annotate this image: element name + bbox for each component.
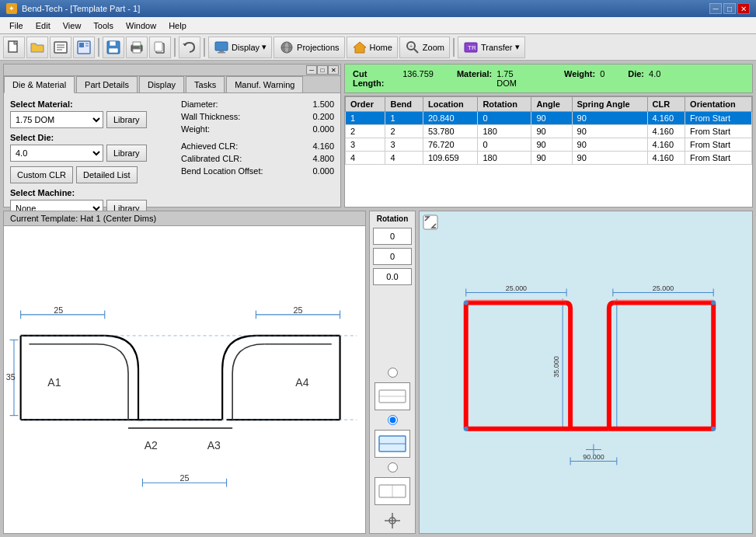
table-row[interactable]: 2253.78018090904.160From Start (346, 125, 752, 138)
title-bar: ✦ Bend-Tech - [Template Part - 1] ─ □ ✕ (0, 0, 756, 17)
home-button[interactable]: Home (347, 37, 398, 58)
toolbar-separator-4 (453, 38, 455, 57)
display-icon (214, 40, 229, 55)
table-row[interactable]: 3376.720090904.160From Start (346, 138, 752, 152)
template-svg: 25 25 35 25 (4, 226, 365, 529)
zoom-button[interactable]: + Zoom (399, 37, 450, 58)
template-button[interactable] (73, 37, 95, 58)
svg-text:+: + (409, 44, 413, 49)
col-spring-angle: Spring Angle (572, 97, 647, 112)
table-row[interactable]: 44109.65918090904.160From Start (346, 152, 752, 165)
properties-button[interactable] (50, 37, 71, 58)
die-library-btn[interactable]: Library (106, 145, 147, 162)
material-library-btn[interactable]: Library (106, 111, 147, 128)
tab-tasks[interactable]: Tasks (186, 76, 225, 92)
bend-table: Order Bend Location Rotation Angle Sprin… (345, 96, 752, 165)
open-button[interactable] (26, 37, 48, 58)
menu-help[interactable]: Help (162, 17, 193, 33)
print-button[interactable] (126, 37, 148, 58)
svg-rect-14 (133, 49, 141, 53)
rotation-input-3[interactable]: 0.0 (373, 268, 412, 285)
preview-svg: 25.000 25.000 35.000 90.000 (420, 211, 752, 533)
col-orientation: Orientation (685, 97, 752, 112)
projections-label: Projections (297, 43, 339, 52)
save-button[interactable] (103, 37, 124, 58)
view-radio-3[interactable] (388, 462, 398, 472)
table-row[interactable]: 1120.840090904.160From Start (346, 112, 752, 125)
rotation-input-2[interactable]: 0 (373, 248, 412, 265)
home-label: Home (370, 43, 392, 52)
transfer-arrow: ▾ (515, 42, 520, 52)
svg-rect-10 (110, 41, 116, 46)
tab-display[interactable]: Display (139, 76, 184, 92)
view-radio-2[interactable] (388, 415, 398, 425)
menu-window[interactable]: Window (120, 17, 162, 33)
menu-bar: File Edit View Tools Window Help (0, 17, 756, 34)
rotation-label: Rotation (377, 214, 409, 223)
material-select[interactable]: 1.75 DOM (10, 111, 103, 128)
svg-rect-6 (79, 43, 84, 47)
col-clr: CLR (647, 97, 685, 112)
transfer-button[interactable]: TR Transfer ▾ (458, 37, 525, 58)
menu-view[interactable]: View (57, 17, 88, 33)
svg-text:A1: A1 (47, 376, 61, 389)
svg-rect-17 (155, 42, 162, 51)
menu-tools[interactable]: Tools (87, 17, 120, 33)
display-button[interactable]: Display ▾ (208, 37, 272, 58)
target-icon (383, 511, 402, 530)
mdi-minimize[interactable]: ─ (306, 65, 317, 75)
toolbar-separator-2 (174, 38, 176, 57)
menu-edit[interactable]: Edit (30, 17, 57, 33)
view-icon-2[interactable] (375, 430, 410, 458)
weight-label: Weight: (181, 124, 210, 134)
expand-icon[interactable] (423, 214, 438, 232)
svg-marker-25 (354, 42, 366, 53)
diameter-label: Diameter: (181, 99, 218, 109)
bend-location-offset-label: Bend Location Offset: (181, 166, 263, 176)
tab-part-details[interactable]: Part Details (76, 76, 138, 92)
new-button[interactable] (3, 37, 25, 58)
projections-icon (279, 40, 294, 55)
zoom-label: Zoom (423, 43, 444, 52)
zoom-icon: + (405, 40, 420, 55)
tab-manuf-warning[interactable]: Manuf. Warning (226, 76, 303, 92)
svg-text:35.000: 35.000 (552, 356, 560, 377)
toolbar: Display ▾ Projections Home + Zoom TR Tra… (0, 34, 756, 61)
transfer-icon: TR (463, 40, 479, 55)
detailed-list-btn[interactable]: Detailed List (76, 166, 138, 183)
toolbar-separator-3 (204, 38, 205, 57)
svg-marker-18 (183, 44, 187, 46)
rotation-input-1[interactable]: 0 (373, 228, 412, 245)
projections-button[interactable]: Projections (273, 37, 344, 58)
close-button[interactable]: ✕ (737, 3, 750, 14)
tab-die-material[interactable]: Die & Material (4, 76, 75, 93)
svg-rect-21 (218, 52, 225, 54)
svg-text:25.000: 25.000 (653, 284, 674, 292)
svg-rect-20 (219, 51, 224, 52)
undo-button[interactable] (179, 37, 200, 58)
rotation-panel: Rotation 0 0 0.0 (369, 211, 416, 534)
material-info-label: Material: (457, 69, 492, 88)
restore-button[interactable]: □ (723, 3, 736, 14)
mdi-restore[interactable]: □ (317, 65, 328, 75)
menu-file[interactable]: File (3, 17, 30, 33)
col-location: Location (423, 97, 477, 112)
achieved-clr-value: 4.160 (312, 141, 334, 151)
calibrated-clr-value: 4.800 (312, 154, 334, 163)
wall-thickness-value: 0.200 (312, 112, 334, 121)
minimize-button[interactable]: ─ (709, 3, 722, 14)
svg-text:A3: A3 (207, 439, 221, 452)
col-rotation: Rotation (478, 97, 531, 112)
die-select[interactable]: 4.0 (10, 145, 103, 162)
custom-clr-btn[interactable]: Custom CLR (10, 166, 73, 183)
die-info-value: 4.0 (649, 69, 660, 88)
svg-point-99 (711, 427, 716, 431)
view-icon-3[interactable] (375, 477, 410, 505)
mdi-close[interactable]: ✕ (328, 65, 339, 75)
tab-header-row: Die & Material Part Details Display Task… (4, 76, 340, 93)
view-icon-1[interactable] (375, 382, 410, 410)
svg-text:25: 25 (293, 305, 302, 315)
svg-rect-19 (215, 42, 228, 51)
copy-button[interactable] (149, 37, 171, 58)
view-radio-1[interactable] (388, 368, 398, 378)
